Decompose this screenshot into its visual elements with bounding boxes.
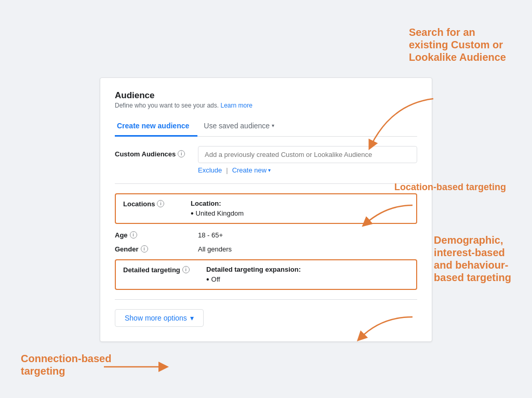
det-bullet: • — [206, 275, 209, 284]
annotation-demographic: Demographic,interest-basedand behaviour-… — [434, 234, 511, 284]
audience-card: Audience Define who you want to see your… — [100, 77, 432, 342]
detailed-targeting-item-0: • Off — [206, 275, 301, 284]
locations-box: Locations i Location: • United Kingdom — [115, 193, 417, 224]
section-title: Audience — [115, 90, 417, 101]
tabs-row: Create new audience Use saved audience ▾ — [115, 117, 417, 137]
locations-row: Locations i Location: • United Kingdom — [115, 193, 417, 224]
gender-row: Gender i All genders — [115, 245, 417, 253]
pipe-separator: | — [226, 166, 228, 174]
locations-label: Locations i — [123, 200, 191, 208]
locations-content: Location: • United Kingdom — [191, 200, 409, 218]
show-more-options-button[interactable]: Show more options ▾ — [115, 309, 204, 327]
custom-audiences-input-area: Exclude | Create new ▾ — [198, 146, 417, 174]
age-value: 18 - 65+ — [198, 231, 223, 239]
create-new-link[interactable]: Create new ▾ — [232, 166, 271, 174]
custom-audiences-input[interactable] — [198, 146, 417, 163]
detailed-targeting-label: Detailed targeting i — [123, 266, 206, 274]
gender-info-icon[interactable]: i — [141, 245, 148, 253]
annotation-connection-based: Connection-basedtargeting — [21, 352, 111, 377]
tab-create-new[interactable]: Create new audience — [115, 117, 197, 137]
location-title: Location: — [191, 200, 409, 207]
gender-value: All genders — [198, 245, 232, 253]
detailed-targeting-title: Detailed targeting expansion: — [206, 266, 301, 273]
saved-audience-chevron: ▾ — [272, 123, 274, 128]
custom-audiences-row: Custom Audiences i Exclude | Create new … — [115, 146, 417, 174]
custom-audiences-label: Custom Audiences i — [115, 146, 198, 158]
detailed-targeting-info-icon[interactable]: i — [182, 266, 190, 273]
arrow-connection-based — [99, 354, 171, 380]
gender-label: Gender i — [115, 245, 198, 253]
location-item-0: • United Kingdom — [191, 209, 409, 218]
age-info-icon[interactable]: i — [130, 231, 137, 238]
custom-audiences-info-icon[interactable]: i — [178, 150, 185, 157]
tab-use-saved[interactable]: Use saved audience ▾ — [197, 117, 281, 137]
section-subtitle: Define who you want to see your ads. Lea… — [115, 102, 417, 109]
exclude-create-row: Exclude | Create new ▾ — [198, 166, 417, 174]
page-wrapper: Audience Define who you want to see your… — [10, 10, 522, 398]
create-new-chevron: ▾ — [268, 167, 271, 173]
age-row: Age i 18 - 65+ — [115, 231, 417, 239]
age-label: Age i — [115, 231, 198, 239]
detailed-targeting-box: Detailed targeting i Detailed targeting … — [115, 259, 417, 290]
learn-more-link[interactable]: Learn more — [220, 102, 252, 109]
show-more-chevron: ▾ — [190, 314, 194, 322]
annotation-search-existing: Search for anexisting Custom orLookalike… — [409, 26, 506, 63]
divider-1 — [115, 183, 417, 184]
location-bullet: • — [191, 209, 194, 218]
exclude-link[interactable]: Exclude — [198, 166, 222, 174]
locations-info-icon[interactable]: i — [157, 200, 164, 207]
divider-2 — [115, 299, 417, 300]
detailed-targeting-content: Detailed targeting expansion: • Off — [206, 266, 301, 284]
